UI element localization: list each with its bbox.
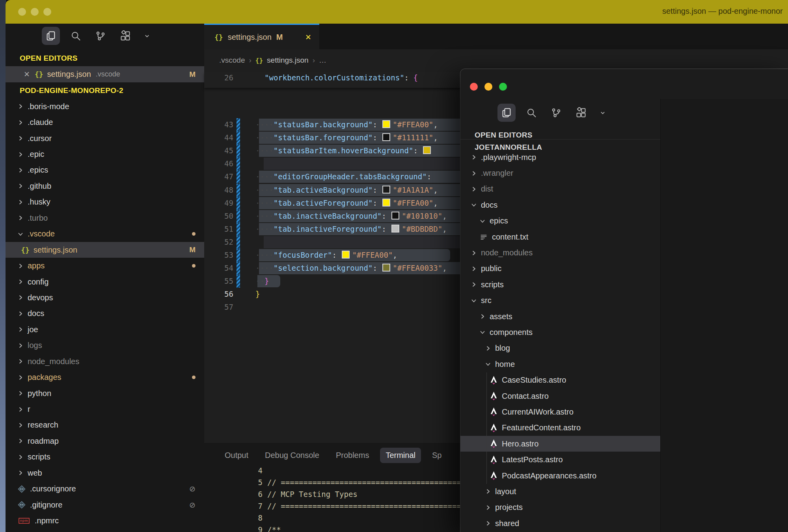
chevron-right-icon[interactable] — [17, 263, 24, 269]
tree-item[interactable]: FeaturedContent.astro — [460, 420, 660, 436]
chevron-right-icon[interactable] — [17, 183, 24, 189]
tree-item[interactable]: layout — [460, 484, 660, 499]
extensions-icon[interactable] — [572, 104, 590, 122]
tree-item[interactable]: .wrangler — [460, 165, 660, 181]
tree-item[interactable]: npm.npmrc — [6, 513, 204, 528]
tree-item[interactable]: .cursorignore⊘ — [6, 481, 204, 497]
tree-item[interactable]: .boris-mode — [6, 99, 204, 114]
chevron-right-icon[interactable] — [485, 520, 491, 526]
tree-item[interactable]: apps — [6, 258, 204, 273]
breadcrumb-symbol[interactable]: … — [319, 56, 326, 65]
chevron-right-icon[interactable] — [17, 326, 24, 333]
code-line[interactable]: 43····"statusBar.background": "#FFEA00", — [204, 118, 472, 131]
chevron-right-icon[interactable] — [17, 167, 24, 173]
chevron-right-icon[interactable] — [485, 488, 491, 495]
tree-item[interactable]: src — [460, 293, 660, 309]
chevron-right-icon[interactable] — [471, 281, 477, 288]
open-editors-header[interactable]: OPEN EDITORS — [6, 50, 204, 66]
tree-item[interactable]: content.txt — [460, 229, 660, 245]
main-titlebar[interactable]: settings.json — pod-engine-monor — [6, 0, 788, 24]
tree-item[interactable]: devops — [6, 290, 204, 305]
tree-item[interactable]: .vscode — [6, 226, 204, 242]
tree-item[interactable]: CurrentAIWork.astro — [460, 404, 660, 420]
code-line[interactable]: 55··} — [204, 275, 472, 288]
code-line[interactable]: 52 — [204, 236, 472, 249]
tree-item[interactable]: .playwright-mcp — [460, 149, 660, 165]
code-line[interactable]: 50····"tab.inactiveBackground": "#101010… — [204, 210, 472, 223]
tree-item[interactable]: assets — [460, 309, 660, 324]
chevron-right-icon[interactable] — [471, 170, 477, 177]
files-icon[interactable] — [42, 27, 60, 45]
breadcrumb-folder[interactable]: .vscode — [219, 56, 245, 65]
code-line[interactable]: 46 — [204, 157, 472, 170]
chevron-right-icon[interactable] — [485, 504, 491, 511]
chevron-right-icon[interactable] — [17, 103, 24, 110]
tree-item[interactable]: packages — [6, 369, 204, 385]
chevron-right-icon[interactable] — [17, 374, 24, 381]
panel-tab-output[interactable]: Output — [219, 448, 254, 463]
chevron-right-icon[interactable] — [17, 311, 24, 317]
tree-item[interactable]: public — [460, 261, 660, 277]
panel-tab-terminal[interactable]: Terminal — [380, 448, 421, 463]
panel-tab-debug-console[interactable]: Debug Console — [259, 448, 325, 463]
more-icon[interactable] — [141, 27, 153, 45]
code-line[interactable]: 57 — [204, 301, 472, 314]
chevron-right-icon[interactable] — [17, 406, 24, 413]
open-editor-item[interactable]: ✕ {} settings.json .vscode M — [6, 66, 204, 82]
chevron-right-icon[interactable] — [17, 151, 24, 158]
tree-item[interactable]: PodcastAppearances.astro — [460, 468, 660, 484]
search-icon[interactable] — [67, 27, 85, 45]
tree-item[interactable]: r — [6, 401, 204, 417]
tree-item[interactable]: scripts — [460, 277, 660, 292]
source-control-icon[interactable] — [547, 104, 565, 122]
more-icon[interactable] — [597, 104, 609, 122]
maximize-traffic-light[interactable] — [43, 8, 51, 16]
tree-item[interactable]: epics — [460, 213, 660, 229]
tree-item[interactable]: joe — [6, 322, 204, 337]
code-line[interactable]: 51····"tab.inactiveForeground": "#BDBDBD… — [204, 223, 472, 236]
tree-item[interactable]: components — [460, 324, 660, 340]
code-line[interactable]: 48····"tab.activeBackground": "#1A1A1A", — [204, 184, 472, 197]
chevron-right-icon[interactable] — [17, 294, 24, 301]
tree-item[interactable]: LatestPosts.astro — [460, 452, 660, 467]
chevron-right-icon[interactable] — [471, 154, 477, 160]
chevron-down-icon[interactable] — [471, 298, 477, 304]
panel-tab-sp[interactable]: Sp — [427, 448, 447, 463]
chevron-right-icon[interactable] — [17, 454, 24, 460]
tree-item[interactable]: config — [6, 274, 204, 290]
code-lines[interactable]: 43····"statusBar.background": "#FFEA00",… — [204, 94, 472, 299]
code-line[interactable]: 44····"statusBar.foreground": "#111111", — [204, 131, 472, 144]
chevron-right-icon[interactable] — [17, 470, 24, 476]
panel-tab-problems[interactable]: Problems — [330, 448, 374, 463]
project-header[interactable]: POD-ENGINE-MONOREPO-2 — [6, 83, 204, 99]
tree-item[interactable]: research — [6, 417, 204, 433]
chevron-down-icon[interactable] — [479, 329, 486, 335]
chevron-right-icon[interactable] — [17, 215, 24, 221]
chevron-right-icon[interactable] — [17, 119, 24, 126]
tree-item[interactable]: shared — [460, 515, 660, 531]
breadcrumb-file[interactable]: settings.json — [267, 56, 309, 65]
breadcrumb[interactable]: .vscode › {} settings.json › … — [204, 49, 788, 71]
tab-close-icon[interactable]: ✕ — [305, 33, 311, 42]
files-icon[interactable] — [497, 104, 516, 122]
chevron-right-icon[interactable] — [17, 390, 24, 396]
search-icon[interactable] — [522, 104, 540, 122]
chevron-right-icon[interactable] — [471, 250, 477, 256]
chevron-right-icon[interactable] — [471, 266, 477, 272]
code-line[interactable]: 49····"tab.activeForeground": "#FFEA00", — [204, 197, 472, 210]
tree-item[interactable]: scripts — [6, 449, 204, 465]
code-line[interactable]: 56} — [204, 288, 472, 301]
tab-settings-json[interactable]: {} settings.json M ✕ — [204, 24, 319, 49]
tree-item[interactable]: docs — [460, 197, 660, 213]
tree-item[interactable]: roadmap — [6, 433, 204, 449]
tree-item[interactable]: .gitignore⊘ — [6, 497, 204, 513]
tree-item[interactable]: home — [460, 356, 660, 372]
chevron-down-icon[interactable] — [471, 202, 477, 208]
code-line[interactable]: 47····"editorGroupHeader.tabsBackground"… — [204, 170, 472, 183]
tree-item[interactable]: .turbo — [6, 210, 204, 226]
code-line[interactable]: 45····"statusBarItem.hoverBackground": — [204, 144, 472, 157]
chevron-right-icon[interactable] — [17, 135, 24, 141]
close-traffic-light[interactable] — [18, 8, 26, 16]
close-icon[interactable]: ✕ — [24, 70, 30, 79]
tree-item[interactable]: .epics — [6, 162, 204, 178]
